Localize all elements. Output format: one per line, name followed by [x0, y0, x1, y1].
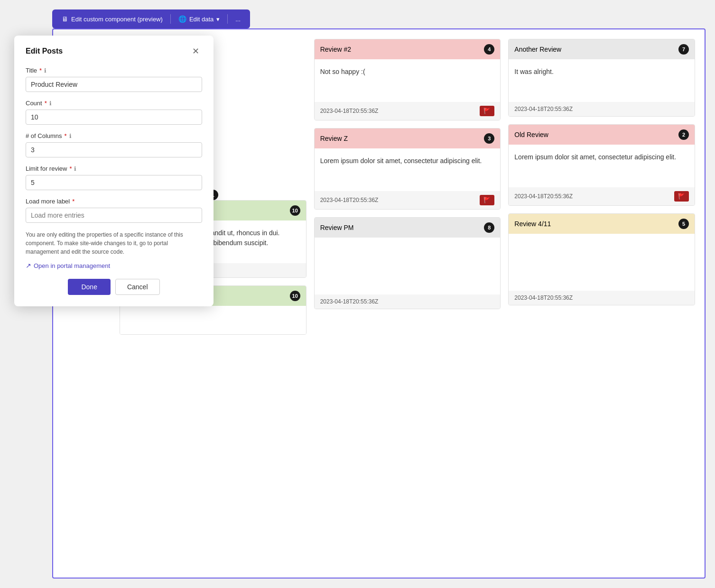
review-card-header: Review 4/11 5	[509, 214, 695, 234]
review-card-body	[315, 238, 501, 294]
load-more-input[interactable]	[26, 208, 202, 223]
done-button[interactable]: Done	[68, 279, 110, 295]
toolbar: 🖥 Edit custom component (preview) 🌐 Edit…	[52, 9, 250, 28]
title-label-text: Title	[26, 67, 37, 74]
form-note: You are only editing the properties of a…	[26, 230, 202, 256]
review-card-footer: 2023-04-18T20:55:36Z 🚩	[315, 191, 501, 209]
edit-data-button[interactable]: 🌐 Edit data ▾	[175, 13, 223, 25]
list-item: Old Review 2 Lorem ipsum dolor sit amet,…	[508, 124, 695, 206]
review-card-header: Review PM 8	[315, 218, 501, 238]
title-field-group: Title * ℹ	[26, 67, 202, 92]
required-star: *	[72, 198, 74, 205]
columns-field-group: # of Columns * ℹ	[26, 132, 202, 157]
review-card-header: Review #2 4	[315, 39, 501, 59]
review-card-footer: 2023-04-18T20:55:36Z	[315, 294, 501, 309]
review-card-header: Old Review 2	[509, 125, 695, 145]
review-card-body	[509, 234, 695, 291]
count-label-text: Count	[26, 100, 42, 107]
toolbar-divider	[170, 14, 171, 24]
review-timestamp: 2023-04-18T20:55:36Z	[320, 108, 379, 114]
modal-footer: Done Cancel	[26, 279, 202, 295]
flag-button[interactable]: 🚩	[480, 106, 494, 116]
review-card-body	[120, 306, 306, 334]
more-options-label: ...	[235, 16, 241, 23]
load-more-label: Load more label *	[26, 198, 202, 205]
columns-label-text: # of Columns	[26, 132, 62, 139]
list-item: Review 4/11 5 2023-04-18T20:55:36Z	[508, 213, 695, 305]
modal-header: Edit Posts ✕	[26, 45, 202, 57]
review-card-body: Lorem ipsum dolor sit amet, consectetur …	[315, 148, 501, 191]
review-title: Review Z	[320, 135, 348, 142]
review-timestamp: 2023-04-18T20:55:36Z	[320, 197, 379, 203]
edit-posts-modal: Edit Posts ✕ Title * ℹ Count * ℹ # of Co…	[14, 36, 214, 306]
review-card-footer: 2023-04-18T20:55:36Z 🚩	[509, 187, 695, 205]
load-more-field-group: Load more label *	[26, 198, 202, 223]
portal-link-text: Open in portal management	[34, 262, 110, 269]
review-col2: Review #2 4 Not so happy :( 2023-04-18T2…	[314, 39, 501, 335]
toolbar-divider-2	[227, 14, 228, 24]
limit-label: Limit for review * ℹ	[26, 165, 202, 172]
required-star: *	[39, 67, 42, 74]
info-icon[interactable]: ℹ	[74, 165, 76, 172]
edit-component-button[interactable]: 🖥 Edit custom component (preview)	[58, 13, 167, 25]
columns-label: # of Columns * ℹ	[26, 132, 202, 139]
review-title: Review PM	[320, 224, 354, 231]
info-icon[interactable]: ℹ	[44, 67, 46, 74]
count-input[interactable]	[26, 110, 202, 125]
limit-label-text: Limit for review	[26, 165, 67, 172]
review-card-header: Another Review 7	[509, 39, 695, 59]
review-timestamp: 2023-04-18T20:55:36Z	[514, 294, 573, 301]
component-icon: 🖥	[62, 15, 68, 23]
limit-input[interactable]	[26, 175, 202, 190]
review-timestamp: 2023-04-18T20:55:36Z	[320, 298, 379, 305]
review-col3: Another Review 7 It was alright. 2023-04…	[508, 39, 695, 335]
review-title: Review #2	[320, 46, 351, 53]
cancel-button[interactable]: Cancel	[115, 279, 160, 295]
external-link-icon: ↗	[26, 262, 31, 269]
edit-component-label: Edit custom component (preview)	[71, 16, 163, 23]
review-card-body: It was alright.	[509, 59, 695, 102]
review-card-footer: 2023-04-18T20:55:36Z	[509, 291, 695, 305]
data-icon: 🌐	[178, 15, 186, 23]
review-card-body: Not so happy :(	[315, 59, 501, 102]
list-item: Another Review 7 It was alright. 2023-04…	[508, 39, 695, 117]
required-star: *	[45, 100, 47, 107]
review-badge: 2	[678, 129, 689, 140]
edit-data-label: Edit data	[189, 16, 214, 23]
list-item: Review Z 3 Lorem ipsum dolor sit amet, c…	[314, 128, 501, 210]
review-card-body: Lorem ipsum dolor sit amet, consectetur …	[509, 145, 695, 187]
more-options-button[interactable]: ...	[232, 14, 244, 25]
title-input[interactable]	[26, 77, 202, 92]
review-badge: 8	[484, 222, 494, 233]
load-more-label-text: Load more label	[26, 198, 70, 205]
review-card-footer: 2023-04-18T20:55:36Z 🚩	[315, 102, 501, 120]
review-title: Another Review	[514, 46, 561, 53]
close-button[interactable]: ✕	[189, 45, 202, 57]
info-icon[interactable]: ℹ	[49, 100, 52, 107]
chevron-down-icon: ▾	[216, 16, 220, 23]
review-timestamp: 2023-04-18T20:55:36Z	[514, 193, 573, 200]
count-label: Count * ℹ	[26, 100, 202, 107]
flag-button[interactable]: 🚩	[480, 195, 494, 205]
review-card-header: Review Z 3	[315, 129, 501, 148]
info-icon[interactable]: ℹ	[69, 133, 72, 139]
review-title: Old Review	[514, 131, 548, 138]
limit-field-group: Limit for review * ℹ	[26, 165, 202, 190]
review-badge: 10	[290, 291, 300, 301]
title-label: Title * ℹ	[26, 67, 202, 74]
review-badge: 3	[484, 133, 494, 144]
flag-button[interactable]: 🚩	[674, 191, 689, 202]
review-badge: 4	[484, 44, 494, 55]
review-timestamp: 2023-04-18T20:55:36Z	[514, 106, 573, 112]
list-item: Review PM 8 2023-04-18T20:55:36Z	[314, 217, 501, 309]
required-star: *	[65, 132, 67, 139]
review-badge: 5	[678, 219, 689, 229]
columns-input[interactable]	[26, 142, 202, 157]
modal-title: Edit Posts	[26, 47, 63, 55]
portal-management-link[interactable]: ↗ Open in portal management	[26, 262, 202, 269]
review-card-footer: 2023-04-18T20:55:36Z	[509, 102, 695, 116]
review-badge: 10	[290, 205, 300, 216]
review-badge: 7	[678, 44, 689, 55]
count-field-group: Count * ℹ	[26, 100, 202, 125]
required-star: *	[69, 165, 72, 172]
